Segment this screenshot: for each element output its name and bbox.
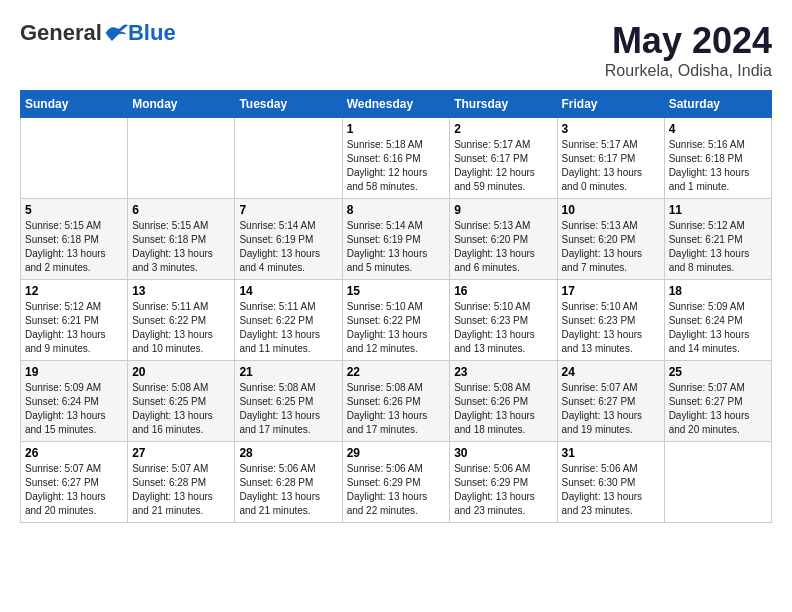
calendar-cell: 16Sunrise: 5:10 AM Sunset: 6:23 PM Dayli…: [450, 280, 557, 361]
calendar-cell: 21Sunrise: 5:08 AM Sunset: 6:25 PM Dayli…: [235, 361, 342, 442]
day-info: Sunrise: 5:07 AM Sunset: 6:27 PM Dayligh…: [562, 381, 660, 437]
location: Rourkela, Odisha, India: [605, 62, 772, 80]
day-number: 8: [347, 203, 446, 217]
day-info: Sunrise: 5:07 AM Sunset: 6:27 PM Dayligh…: [669, 381, 767, 437]
day-info: Sunrise: 5:14 AM Sunset: 6:19 PM Dayligh…: [239, 219, 337, 275]
day-info: Sunrise: 5:17 AM Sunset: 6:17 PM Dayligh…: [454, 138, 552, 194]
calendar-cell: 6Sunrise: 5:15 AM Sunset: 6:18 PM Daylig…: [128, 199, 235, 280]
day-info: Sunrise: 5:11 AM Sunset: 6:22 PM Dayligh…: [239, 300, 337, 356]
day-number: 12: [25, 284, 123, 298]
day-info: Sunrise: 5:16 AM Sunset: 6:18 PM Dayligh…: [669, 138, 767, 194]
day-number: 1: [347, 122, 446, 136]
calendar-cell: 19Sunrise: 5:09 AM Sunset: 6:24 PM Dayli…: [21, 361, 128, 442]
logo: General Blue: [20, 20, 176, 46]
calendar-cell: 12Sunrise: 5:12 AM Sunset: 6:21 PM Dayli…: [21, 280, 128, 361]
calendar-cell: [664, 442, 771, 523]
day-number: 17: [562, 284, 660, 298]
calendar-cell: 4Sunrise: 5:16 AM Sunset: 6:18 PM Daylig…: [664, 118, 771, 199]
day-info: Sunrise: 5:08 AM Sunset: 6:25 PM Dayligh…: [132, 381, 230, 437]
calendar-cell: 31Sunrise: 5:06 AM Sunset: 6:30 PM Dayli…: [557, 442, 664, 523]
day-info: Sunrise: 5:10 AM Sunset: 6:23 PM Dayligh…: [454, 300, 552, 356]
day-number: 18: [669, 284, 767, 298]
day-number: 13: [132, 284, 230, 298]
calendar-cell: 10Sunrise: 5:13 AM Sunset: 6:20 PM Dayli…: [557, 199, 664, 280]
day-info: Sunrise: 5:12 AM Sunset: 6:21 PM Dayligh…: [25, 300, 123, 356]
day-number: 26: [25, 446, 123, 460]
day-info: Sunrise: 5:07 AM Sunset: 6:27 PM Dayligh…: [25, 462, 123, 518]
calendar-week-3: 12Sunrise: 5:12 AM Sunset: 6:21 PM Dayli…: [21, 280, 772, 361]
day-number: 4: [669, 122, 767, 136]
day-number: 28: [239, 446, 337, 460]
day-number: 6: [132, 203, 230, 217]
day-info: Sunrise: 5:10 AM Sunset: 6:22 PM Dayligh…: [347, 300, 446, 356]
calendar-cell: 22Sunrise: 5:08 AM Sunset: 6:26 PM Dayli…: [342, 361, 450, 442]
calendar-week-2: 5Sunrise: 5:15 AM Sunset: 6:18 PM Daylig…: [21, 199, 772, 280]
calendar-table: SundayMondayTuesdayWednesdayThursdayFrid…: [20, 90, 772, 523]
day-number: 9: [454, 203, 552, 217]
page-header: General Blue May 2024 Rourkela, Odisha, …: [20, 20, 772, 80]
day-info: Sunrise: 5:09 AM Sunset: 6:24 PM Dayligh…: [669, 300, 767, 356]
calendar-cell: 2Sunrise: 5:17 AM Sunset: 6:17 PM Daylig…: [450, 118, 557, 199]
calendar-cell: 27Sunrise: 5:07 AM Sunset: 6:28 PM Dayli…: [128, 442, 235, 523]
calendar-cell: 25Sunrise: 5:07 AM Sunset: 6:27 PM Dayli…: [664, 361, 771, 442]
day-info: Sunrise: 5:13 AM Sunset: 6:20 PM Dayligh…: [562, 219, 660, 275]
day-number: 24: [562, 365, 660, 379]
day-number: 31: [562, 446, 660, 460]
calendar-cell: 9Sunrise: 5:13 AM Sunset: 6:20 PM Daylig…: [450, 199, 557, 280]
calendar-cell: [235, 118, 342, 199]
calendar-cell: 15Sunrise: 5:10 AM Sunset: 6:22 PM Dayli…: [342, 280, 450, 361]
calendar-cell: 18Sunrise: 5:09 AM Sunset: 6:24 PM Dayli…: [664, 280, 771, 361]
calendar-cell: 11Sunrise: 5:12 AM Sunset: 6:21 PM Dayli…: [664, 199, 771, 280]
day-header-sunday: Sunday: [21, 91, 128, 118]
day-info: Sunrise: 5:08 AM Sunset: 6:26 PM Dayligh…: [347, 381, 446, 437]
calendar-cell: 28Sunrise: 5:06 AM Sunset: 6:28 PM Dayli…: [235, 442, 342, 523]
logo-bird-icon: [104, 23, 128, 43]
day-header-monday: Monday: [128, 91, 235, 118]
calendar-body: 1Sunrise: 5:18 AM Sunset: 6:16 PM Daylig…: [21, 118, 772, 523]
day-number: 14: [239, 284, 337, 298]
calendar-cell: 5Sunrise: 5:15 AM Sunset: 6:18 PM Daylig…: [21, 199, 128, 280]
calendar-cell: 3Sunrise: 5:17 AM Sunset: 6:17 PM Daylig…: [557, 118, 664, 199]
day-info: Sunrise: 5:12 AM Sunset: 6:21 PM Dayligh…: [669, 219, 767, 275]
day-info: Sunrise: 5:06 AM Sunset: 6:30 PM Dayligh…: [562, 462, 660, 518]
day-number: 30: [454, 446, 552, 460]
day-info: Sunrise: 5:15 AM Sunset: 6:18 PM Dayligh…: [25, 219, 123, 275]
day-number: 7: [239, 203, 337, 217]
calendar-cell: 7Sunrise: 5:14 AM Sunset: 6:19 PM Daylig…: [235, 199, 342, 280]
calendar-cell: [128, 118, 235, 199]
day-header-thursday: Thursday: [450, 91, 557, 118]
calendar-cell: 29Sunrise: 5:06 AM Sunset: 6:29 PM Dayli…: [342, 442, 450, 523]
day-info: Sunrise: 5:08 AM Sunset: 6:25 PM Dayligh…: [239, 381, 337, 437]
day-info: Sunrise: 5:06 AM Sunset: 6:29 PM Dayligh…: [347, 462, 446, 518]
day-header-saturday: Saturday: [664, 91, 771, 118]
calendar-cell: 20Sunrise: 5:08 AM Sunset: 6:25 PM Dayli…: [128, 361, 235, 442]
day-info: Sunrise: 5:17 AM Sunset: 6:17 PM Dayligh…: [562, 138, 660, 194]
calendar-cell: 13Sunrise: 5:11 AM Sunset: 6:22 PM Dayli…: [128, 280, 235, 361]
calendar-week-4: 19Sunrise: 5:09 AM Sunset: 6:24 PM Dayli…: [21, 361, 772, 442]
day-number: 5: [25, 203, 123, 217]
calendar-cell: 17Sunrise: 5:10 AM Sunset: 6:23 PM Dayli…: [557, 280, 664, 361]
day-info: Sunrise: 5:06 AM Sunset: 6:29 PM Dayligh…: [454, 462, 552, 518]
day-number: 11: [669, 203, 767, 217]
day-number: 19: [25, 365, 123, 379]
day-number: 15: [347, 284, 446, 298]
title-block: May 2024 Rourkela, Odisha, India: [605, 20, 772, 80]
day-header-tuesday: Tuesday: [235, 91, 342, 118]
calendar-cell: 24Sunrise: 5:07 AM Sunset: 6:27 PM Dayli…: [557, 361, 664, 442]
day-info: Sunrise: 5:18 AM Sunset: 6:16 PM Dayligh…: [347, 138, 446, 194]
calendar-cell: 14Sunrise: 5:11 AM Sunset: 6:22 PM Dayli…: [235, 280, 342, 361]
day-number: 3: [562, 122, 660, 136]
calendar-week-5: 26Sunrise: 5:07 AM Sunset: 6:27 PM Dayli…: [21, 442, 772, 523]
day-number: 2: [454, 122, 552, 136]
day-number: 29: [347, 446, 446, 460]
calendar-week-1: 1Sunrise: 5:18 AM Sunset: 6:16 PM Daylig…: [21, 118, 772, 199]
day-info: Sunrise: 5:13 AM Sunset: 6:20 PM Dayligh…: [454, 219, 552, 275]
day-info: Sunrise: 5:15 AM Sunset: 6:18 PM Dayligh…: [132, 219, 230, 275]
day-number: 10: [562, 203, 660, 217]
logo-general: General: [20, 20, 102, 46]
day-info: Sunrise: 5:11 AM Sunset: 6:22 PM Dayligh…: [132, 300, 230, 356]
calendar-cell: [21, 118, 128, 199]
month-title: May 2024: [605, 20, 772, 62]
calendar-cell: 26Sunrise: 5:07 AM Sunset: 6:27 PM Dayli…: [21, 442, 128, 523]
calendar-header: SundayMondayTuesdayWednesdayThursdayFrid…: [21, 91, 772, 118]
